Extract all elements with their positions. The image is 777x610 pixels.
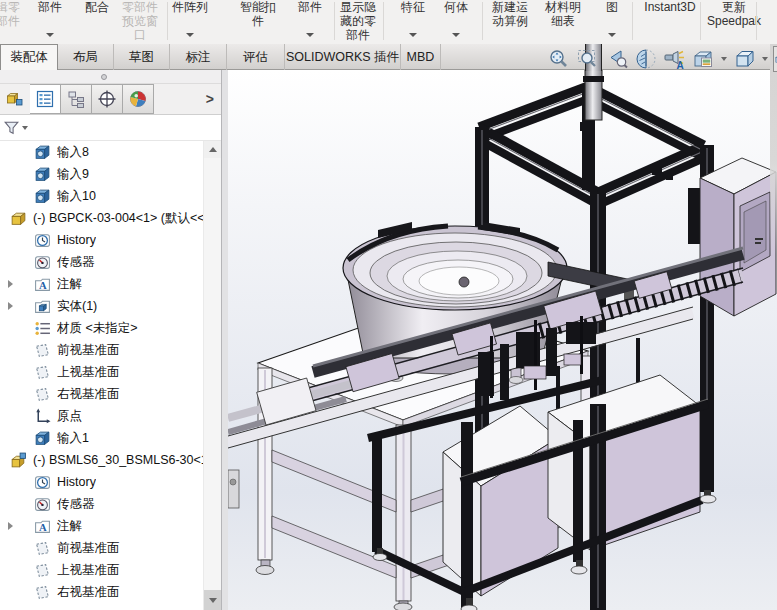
dropdown-caret-icon[interactable] [721,57,727,61]
tree-item-label: 实体(1) [57,298,97,315]
tree-item[interactable]: (-) BGPCK-03-004<1> (默认<< [0,207,204,229]
command-tab[interactable]: 布局 [58,44,114,70]
ribbon-button[interactable]: 材料明细表 [545,0,581,44]
model-box-right[interactable] [548,375,700,550]
dropdown-caret-icon[interactable] [762,57,768,61]
tree-item[interactable]: 输入10 [0,185,204,207]
scroll-down-button[interactable] [204,590,221,610]
tree-item[interactable]: 传感器 [0,251,204,273]
zoom-to-area-button[interactable] [575,47,600,72]
ribbon-button[interactable]: 部件 [298,0,322,44]
model-left-edge-part[interactable] [228,470,239,508]
tree-item[interactable]: 实体(1) [0,295,204,317]
feature-manager-panel: > 输入8输入9输入10(-) BGPCK-03-004<1> (默认<<His… [0,70,222,610]
ribbon-button[interactable]: 图 [606,0,618,44]
dropdown-caret-icon[interactable] [306,33,314,37]
panel-overflow-chevron[interactable]: > [206,91,214,107]
ribbon-button[interactable]: 件阵列 [172,0,208,44]
scroll-down-icon [209,598,217,603]
panel-tab-assembly-doc[interactable] [0,84,30,114]
tree-item[interactable]: 输入8 [0,141,204,163]
tree-item[interactable]: 前视基准面 [0,537,204,559]
apply-scene-button[interactable] [691,47,716,72]
panel-tab-display-mgr[interactable] [123,84,154,114]
tree-item[interactable]: 输入9 [0,163,204,185]
ribbon-button-label: 更新Speedpak [707,0,761,28]
command-tab[interactable]: 草图 [114,44,170,70]
graphics-viewport[interactable] [228,70,777,610]
panel-tab-strip: > [0,84,221,115]
plane-icon [34,540,51,557]
ribbon-button[interactable]: 部件 [38,0,62,44]
dropdown-caret-icon[interactable] [186,33,194,37]
dropdown-caret-icon[interactable] [46,33,54,37]
command-tab[interactable]: SOLIDWORKS 插件 [285,44,401,70]
previous-view-button[interactable] [604,47,629,72]
ribbon-button[interactable]: 特征 [401,0,425,44]
panel-tab-pm-hier[interactable] [61,84,92,114]
tree-item[interactable]: 上视基准面 [0,559,204,581]
tree-filter-row[interactable] [0,115,221,141]
sensors-icon [34,254,51,271]
ribbon-button[interactable]: Instant3D [644,0,695,44]
tree-item[interactable]: History [0,471,204,493]
view-orientation-button[interactable] [732,47,757,72]
ribbon-button[interactable]: 显示隐藏的零部件 [340,0,376,44]
filter-dropdown-caret-icon[interactable] [22,126,28,130]
imported-feature-icon [34,430,51,447]
tree-item-label: 输入9 [57,166,89,183]
part-yellow-icon [10,210,27,227]
command-tab[interactable]: 评估 [227,44,285,70]
panel-tab-config[interactable] [92,84,123,114]
solidbodies-icon [34,298,51,315]
command-tab[interactable]: 装配体 [0,44,58,70]
dropdown-caret-icon[interactable] [608,33,616,37]
tree-item[interactable]: 右视基准面 [0,581,204,603]
dropdown-caret-icon[interactable] [409,33,417,37]
ribbon-button[interactable]: 新建运动算例 [492,0,528,44]
panel-splitter[interactable] [0,70,221,84]
expand-arrow-icon[interactable] [8,280,13,288]
config-icon [97,89,117,109]
expand-arrow-icon[interactable] [8,522,13,530]
view-orientation-icon [733,47,757,71]
tree-item-label: 前视基准面 [57,540,120,557]
ribbon-button[interactable]: 何体 [444,0,468,44]
scroll-up-button[interactable] [204,141,221,158]
ribbon-button[interactable]: 配合 [85,0,109,44]
tree-item[interactable]: 前视基准面 [0,339,204,361]
model-box-left[interactable] [443,406,558,596]
tree-item[interactable]: 输入1 [0,427,204,449]
command-tab[interactable]: MBD [401,44,441,70]
tree-item[interactable]: 传感器 [0,493,204,515]
history-icon [34,474,51,491]
tree-item[interactable]: History [0,229,204,251]
expand-arrow-icon[interactable] [8,302,13,310]
display-style-button[interactable] [773,46,777,72]
tree-item-label: 传感器 [57,254,95,271]
section-view-button[interactable] [633,47,658,72]
ribbon-button[interactable]: 更新Speedpak [707,0,761,44]
tree-scrollbar[interactable] [203,141,221,610]
tree-item[interactable]: (-) BSMLS6_30_BSMLS6-30<1> [0,449,204,471]
tree-item[interactable]: 材质 <未指定> [0,317,204,339]
hide-show-items-button[interactable] [662,47,687,72]
ribbon-button-label: 部件 [38,0,62,14]
tree-item[interactable]: 右视基准面 [0,383,204,405]
ribbon-button[interactable]: 智能扣件 [240,0,276,44]
task-pane-edge [770,44,777,254]
tree-item[interactable]: 原点 [0,405,204,427]
panel-tab-fm-tree[interactable] [30,84,61,114]
plane-icon [34,342,51,359]
zoom-to-fit-button[interactable] [546,47,571,72]
panel-viewport-splitter[interactable] [222,70,228,610]
tree-item[interactable]: 注解 [0,273,204,295]
tree-item[interactable]: 上视基准面 [0,361,204,383]
filter-funnel-icon[interactable] [3,119,20,136]
assembly-model[interactable] [228,70,777,610]
section-view-icon [634,47,658,71]
command-tab[interactable]: 标注 [170,44,227,70]
dropdown-caret-icon[interactable] [452,33,460,37]
ribbon-button-label: 新建运动算例 [492,0,528,28]
tree-item[interactable]: 注解 [0,515,204,537]
